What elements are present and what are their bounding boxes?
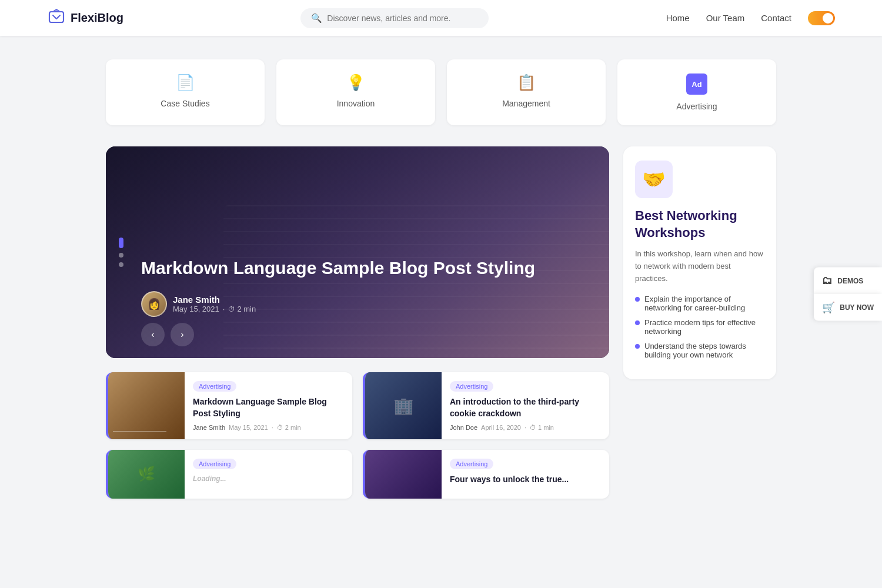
sidebar-ad-title: Best Networking Workshops — [635, 208, 764, 241]
article-card-2[interactable]: 🏢 Advertising An introduction to the thi… — [363, 372, 609, 439]
search-input[interactable] — [327, 14, 478, 23]
hero-dots — [119, 238, 123, 267]
category-case-studies[interactable]: 📄 Case Studies — [106, 59, 265, 125]
article-meta-2: John Doe April 16, 2020 · ⏱ 1 min — [450, 424, 601, 431]
article-tag-1: Advertising — [193, 381, 236, 392]
sidebar-bullet-3: Understand the steps towards building yo… — [635, 342, 764, 359]
hero-dot-2 — [119, 253, 123, 258]
hero-dot-1 — [119, 238, 123, 248]
svg-rect-0 — [49, 12, 64, 22]
article-thumb-3: 🌿 — [108, 450, 185, 499]
innovation-icon: 💡 — [346, 74, 365, 92]
hero-controls: ‹ › — [141, 323, 194, 346]
bullet-dot-2 — [635, 320, 640, 325]
buy-now-button[interactable]: 🛒 BUY NOW — [814, 294, 882, 321]
main-content: 📄 Case Studies 💡 Innovation 📋 Management… — [94, 36, 788, 522]
hero-content: Markdown Language Sample Blog Post Styli… — [141, 256, 574, 317]
nav-home[interactable]: Home — [666, 13, 690, 23]
category-advertising[interactable]: Ad Advertising — [617, 59, 776, 125]
case-studies-label: Case Studies — [161, 99, 209, 108]
hero-prev-button[interactable]: ‹ — [141, 323, 165, 346]
logo-text: FlexiBlog — [71, 11, 123, 25]
article-tag-4: Advertising — [450, 459, 493, 469]
hero-title: Markdown Language Sample Blog Post Styli… — [141, 256, 574, 279]
article-thumb-2: 🏢 — [365, 372, 442, 439]
content-left: Markdown Language Sample Blog Post Styli… — [106, 146, 609, 499]
clock-icon: ⏱ — [228, 305, 235, 313]
logo[interactable]: FlexiBlog — [47, 7, 123, 29]
article-body-4: Advertising Four ways to unlock the true… — [442, 450, 609, 499]
bullet-dot-3 — [635, 344, 640, 349]
category-innovation[interactable]: 💡 Innovation — [276, 59, 435, 125]
hero-slider: Markdown Language Sample Blog Post Styli… — [106, 146, 609, 358]
article-body-2: Advertising An introduction to the third… — [442, 372, 609, 439]
hero-author-info: Jane Smith May 15, 2021 · ⏱ 2 min — [173, 295, 256, 313]
article-body-3: Advertising Loading... — [185, 450, 352, 499]
advertising-label: Advertising — [676, 102, 717, 111]
sidebar-bullet-2: Practice modern tips for effective netwo… — [635, 318, 764, 336]
article-tag-2: Advertising — [450, 381, 493, 392]
bullet-dot-1 — [635, 297, 640, 302]
management-icon: 📋 — [517, 74, 536, 92]
hero-avatar: 👩 — [141, 291, 167, 317]
demos-label: DEMOS — [837, 276, 863, 285]
article-title-2: An introduction to the third-party cooki… — [450, 396, 601, 419]
theme-toggle[interactable] — [808, 11, 835, 25]
article-title-3: Loading... — [193, 474, 344, 484]
hero-next-button[interactable]: › — [171, 323, 194, 346]
sidebar: 🤝 Best Networking Workshops In this work… — [623, 146, 776, 499]
hero-dot-3 — [119, 262, 123, 267]
article-card-4[interactable]: Advertising Four ways to unlock the true… — [363, 450, 609, 499]
article-card-3[interactable]: 🌿 Advertising Loading... — [106, 450, 352, 499]
sidebar-ad-icon-wrapper: 🤝 — [635, 161, 673, 198]
demos-button[interactable]: 🗂 DEMOS — [814, 268, 882, 294]
management-label: Management — [502, 99, 550, 108]
clock-icon-1: ⏱ — [277, 424, 283, 431]
article-title-1: Markdown Language Sample Blog Post Styli… — [193, 396, 344, 419]
clock-icon-2: ⏱ — [530, 424, 536, 431]
sidebar-ad-description: In this workshop, learn when and how to … — [635, 248, 764, 285]
search-bar[interactable]: 🔍 — [300, 8, 489, 28]
nav-our-team[interactable]: Our Team — [706, 13, 745, 23]
categories-section: 📄 Case Studies 💡 Innovation 📋 Management… — [106, 59, 776, 125]
floating-buttons: 🗂 DEMOS 🛒 BUY NOW — [814, 268, 882, 321]
search-icon: 🔍 — [311, 13, 322, 24]
article-thumb-4 — [365, 450, 442, 499]
nav-contact[interactable]: Contact — [761, 13, 791, 23]
buy-label: BUY NOW — [840, 303, 874, 312]
content-area: Markdown Language Sample Blog Post Styli… — [106, 146, 776, 499]
category-management[interactable]: 📋 Management — [447, 59, 606, 125]
article-meta-1: Jane Smith May 15, 2021 · ⏱ 2 min — [193, 424, 344, 431]
logo-icon — [47, 7, 66, 29]
article-body-1: Advertising Markdown Language Sample Blo… — [185, 372, 352, 439]
innovation-label: Innovation — [337, 99, 375, 108]
hero-author-name: Jane Smith — [173, 295, 256, 305]
main-nav: Home Our Team Contact — [666, 11, 835, 25]
hero-meta: 👩 Jane Smith May 15, 2021 · ⏱ 2 min — [141, 291, 574, 317]
article-thumb-1 — [108, 372, 185, 439]
handshake-icon: 🤝 — [642, 168, 666, 191]
sidebar-bullet-1: Explain the importance of networking for… — [635, 295, 764, 312]
header: FlexiBlog 🔍 Home Our Team Contact — [0, 0, 882, 36]
buy-icon: 🛒 — [822, 301, 835, 314]
advertising-icon: Ad — [686, 74, 707, 95]
demos-icon: 🗂 — [822, 275, 833, 287]
case-studies-icon: 📄 — [176, 74, 195, 92]
article-grid: Advertising Markdown Language Sample Blo… — [106, 372, 609, 499]
article-title-4: Four ways to unlock the true... — [450, 474, 601, 486]
hero-author-date: May 15, 2021 · ⏱ 2 min — [173, 305, 256, 313]
article-tag-3: Advertising — [193, 459, 236, 469]
article-card-1[interactable]: Advertising Markdown Language Sample Blo… — [106, 372, 352, 439]
sidebar-ad-card: 🤝 Best Networking Workshops In this work… — [623, 146, 776, 379]
